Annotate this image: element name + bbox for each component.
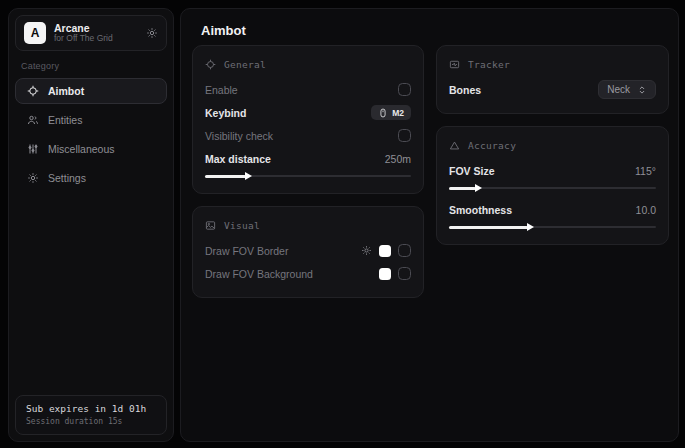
bones-select[interactable]: Neck (598, 80, 656, 99)
setting-row-bones: Bones Neck (449, 78, 656, 101)
tracker-card: Tracker Bones Neck (436, 45, 669, 114)
smoothness-slider[interactable] (449, 222, 656, 232)
setting-row-draw-fov-border: Draw FOV Border (205, 239, 411, 262)
enable-checkbox[interactable] (398, 83, 411, 96)
visibility-check-checkbox[interactable] (398, 129, 411, 142)
visual-card: Visual Draw FOV Border Draw FOV Back (192, 206, 424, 298)
sidebar-nav: Aimbot Entities Miscellaneo (9, 78, 173, 191)
sidebar: A Arcane for Off The Grid Category Aimbo… (8, 8, 174, 442)
setting-label: Enable (205, 84, 238, 96)
max-distance-slider[interactable] (205, 171, 411, 181)
setting-label: Bones (449, 84, 481, 96)
main-panel: Aimbot General Enable Keybind (180, 8, 679, 442)
keybind-value: M2 (392, 108, 404, 118)
right-column: Tracker Bones Neck (436, 45, 669, 245)
setting-label: Draw FOV Border (205, 245, 288, 257)
crosshair-icon (205, 59, 216, 70)
setting-row-fov-size: FOV Size 115° (449, 159, 656, 182)
setting-label: FOV Size (449, 165, 495, 177)
sidebar-item-entities[interactable]: Entities (15, 107, 167, 133)
accuracy-icon (449, 140, 460, 151)
sidebar-item-label: Settings (48, 172, 86, 184)
setting-label: Draw FOV Background (205, 268, 313, 280)
setting-row-enable: Enable (205, 78, 411, 101)
setting-row-draw-fov-background: Draw FOV Background (205, 262, 411, 285)
fov-background-color-swatch[interactable] (379, 268, 391, 280)
draw-fov-border-checkbox[interactable] (398, 244, 411, 257)
sidebar-item-settings[interactable]: Settings (15, 165, 167, 191)
card-title: Accuracy (468, 140, 516, 151)
sidebar-item-label: Aimbot (48, 85, 84, 97)
setting-value: 250m (385, 153, 411, 165)
setting-label: Smoothness (449, 204, 512, 216)
slider-thumb[interactable] (475, 184, 482, 192)
draw-fov-background-checkbox[interactable] (398, 267, 411, 280)
app-logo: A (24, 22, 46, 44)
setting-value: 115° (635, 165, 656, 177)
app-subtitle: for Off The Grid (54, 34, 138, 44)
setting-label: Max distance (205, 153, 271, 165)
card-title: Visual (224, 220, 260, 231)
sidebar-item-label: Miscellaneous (48, 143, 115, 155)
card-title: General (224, 59, 266, 70)
sidebar-item-aimbot[interactable]: Aimbot (15, 78, 167, 104)
general-card: General Enable Keybind M2 (192, 45, 424, 194)
keybind-button[interactable]: M2 (371, 105, 411, 120)
setting-row-max-distance: Max distance 250m (205, 147, 411, 170)
entities-icon (26, 114, 39, 126)
accuracy-card: Accuracy FOV Size 115° Smoothness 10.0 (436, 126, 669, 245)
tracker-icon (449, 59, 460, 70)
mouse-icon (378, 108, 388, 118)
page-title: Aimbot (201, 23, 246, 38)
setting-label: Visibility check (205, 130, 273, 142)
slider-thumb[interactable] (527, 223, 534, 231)
sidebar-item-miscellaneous[interactable]: Miscellaneous (15, 136, 167, 162)
fov-border-color-swatch[interactable] (379, 245, 391, 257)
category-label: Category (21, 61, 161, 71)
gear-icon[interactable] (361, 245, 372, 256)
visual-icon (205, 220, 216, 231)
sidebar-item-label: Entities (48, 114, 82, 126)
gear-icon (26, 172, 39, 184)
app-header: A Arcane for Off The Grid (15, 15, 167, 51)
sliders-icon (26, 143, 39, 155)
fov-size-slider[interactable] (449, 183, 656, 193)
bones-select-value: Neck (607, 84, 630, 95)
session-duration-text: Session duration 15s (26, 417, 156, 426)
subscription-status: Sub expires in 1d 01h Session duration 1… (15, 395, 167, 435)
setting-row-keybind: Keybind M2 (205, 101, 411, 124)
chevron-up-down-icon (637, 85, 647, 95)
left-column: General Enable Keybind M2 (192, 45, 424, 298)
gear-icon[interactable] (146, 27, 158, 39)
slider-thumb[interactable] (245, 172, 252, 180)
card-title: Tracker (468, 59, 510, 70)
setting-value: 10.0 (636, 204, 656, 216)
setting-label: Keybind (205, 107, 246, 119)
crosshair-icon (26, 85, 39, 97)
setting-row-smoothness: Smoothness 10.0 (449, 198, 656, 221)
sub-expiry-text: Sub expires in 1d 01h (26, 403, 156, 414)
setting-row-visibility-check: Visibility check (205, 124, 411, 147)
